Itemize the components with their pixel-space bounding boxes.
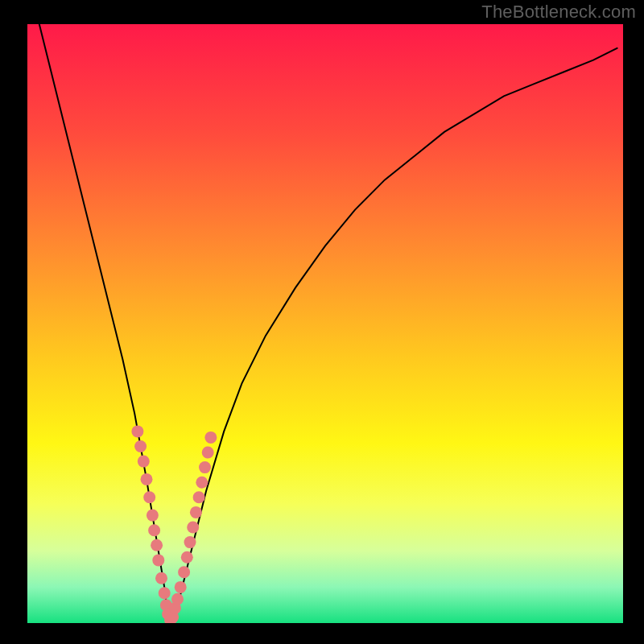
marker-point bbox=[155, 572, 167, 584]
marker-point bbox=[181, 551, 193, 564]
marker-point bbox=[152, 554, 164, 566]
marker-point bbox=[147, 510, 159, 522]
marker-point bbox=[193, 491, 205, 503]
marker-point bbox=[199, 461, 211, 473]
plot-area bbox=[27, 24, 623, 623]
marker-point bbox=[151, 539, 163, 551]
marker-point bbox=[138, 456, 150, 468]
marker-point bbox=[178, 566, 190, 578]
marker-point bbox=[175, 581, 187, 593]
marker-point bbox=[171, 593, 184, 605]
marker-point bbox=[131, 425, 143, 437]
marker-point bbox=[202, 447, 214, 459]
marker-group bbox=[131, 425, 217, 623]
marker-point bbox=[134, 440, 147, 452]
marker-point bbox=[148, 524, 160, 536]
marker-point bbox=[141, 473, 153, 485]
marker-point bbox=[159, 587, 171, 599]
watermark-text: TheBottleneck.com bbox=[481, 2, 636, 23]
marker-point bbox=[184, 536, 196, 548]
marker-point bbox=[190, 506, 202, 518]
marker-point bbox=[143, 491, 155, 503]
marker-point bbox=[196, 477, 208, 489]
chart-frame: TheBottleneck.com bbox=[0, 0, 644, 644]
curve-layer bbox=[27, 24, 623, 623]
bottleneck-curve bbox=[27, 24, 617, 623]
marker-point bbox=[187, 522, 199, 534]
marker-point bbox=[204, 431, 217, 444]
